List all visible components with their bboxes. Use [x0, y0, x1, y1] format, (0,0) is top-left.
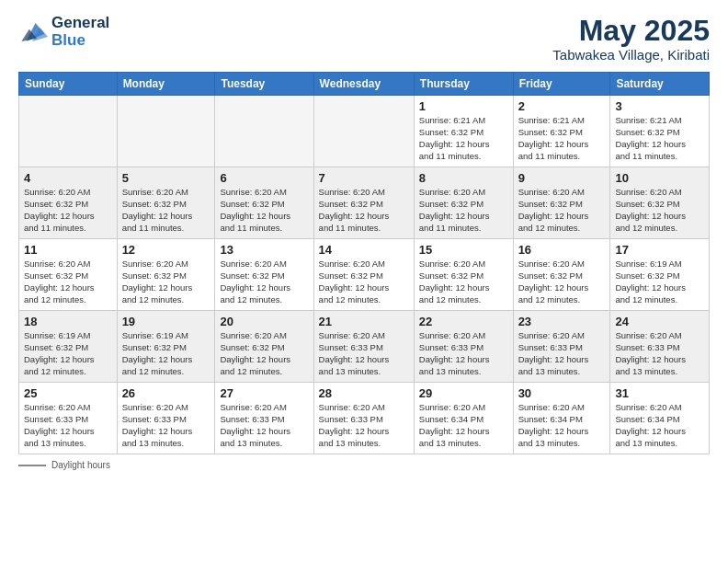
day-info: Sunrise: 6:19 AM Sunset: 6:32 PM Dayligh…	[24, 330, 112, 377]
day-number: 30	[518, 386, 606, 400]
table-row: 25Sunrise: 6:20 AM Sunset: 6:33 PM Dayli…	[19, 383, 118, 454]
table-row	[215, 96, 313, 167]
day-info: Sunrise: 6:20 AM Sunset: 6:32 PM Dayligh…	[122, 259, 210, 305]
table-row: 11Sunrise: 6:20 AM Sunset: 6:32 PM Dayli…	[19, 239, 118, 311]
day-number: 9	[518, 171, 606, 185]
table-row: 16Sunrise: 6:20 AM Sunset: 6:32 PM Dayli…	[513, 239, 610, 311]
day-info: Sunrise: 6:20 AM Sunset: 6:32 PM Dayligh…	[319, 187, 409, 234]
table-row: 20Sunrise: 6:20 AM Sunset: 6:32 PM Dayli…	[215, 311, 313, 383]
day-info: Sunrise: 6:20 AM Sunset: 6:32 PM Dayligh…	[419, 187, 508, 234]
col-monday: Monday	[117, 73, 215, 96]
table-row: 10Sunrise: 6:20 AM Sunset: 6:32 PM Dayli…	[610, 167, 710, 239]
table-row: 26Sunrise: 6:20 AM Sunset: 6:33 PM Dayli…	[117, 383, 215, 454]
day-info: Sunrise: 6:20 AM Sunset: 6:33 PM Dayligh…	[122, 402, 210, 449]
day-number: 3	[615, 99, 704, 113]
table-row: 15Sunrise: 6:20 AM Sunset: 6:32 PM Dayli…	[414, 239, 513, 311]
table-row	[313, 96, 414, 167]
table-row: 2Sunrise: 6:21 AM Sunset: 6:32 PM Daylig…	[513, 96, 610, 167]
day-number: 29	[419, 386, 508, 400]
day-info: Sunrise: 6:21 AM Sunset: 6:32 PM Dayligh…	[419, 115, 508, 162]
day-number: 13	[220, 243, 308, 257]
table-row: 23Sunrise: 6:20 AM Sunset: 6:33 PM Dayli…	[513, 311, 610, 383]
footer-label: Daylight hours	[51, 460, 110, 470]
table-row: 9Sunrise: 6:20 AM Sunset: 6:32 PM Daylig…	[513, 167, 610, 239]
title-block: May 2025 Tabwakea Village, Kiribati	[552, 15, 710, 63]
day-number: 10	[615, 171, 704, 185]
table-row: 1Sunrise: 6:21 AM Sunset: 6:32 PM Daylig…	[414, 96, 513, 167]
table-row: 19Sunrise: 6:19 AM Sunset: 6:32 PM Dayli…	[117, 311, 215, 383]
day-info: Sunrise: 6:20 AM Sunset: 6:32 PM Dayligh…	[220, 187, 308, 234]
table-row: 3Sunrise: 6:21 AM Sunset: 6:32 PM Daylig…	[610, 96, 710, 167]
day-info: Sunrise: 6:20 AM Sunset: 6:32 PM Dayligh…	[615, 187, 704, 234]
day-number: 6	[220, 171, 308, 185]
calendar-table: Sunday Monday Tuesday Wednesday Thursday…	[18, 72, 710, 454]
day-number: 8	[419, 171, 508, 185]
calendar-week-row: 11Sunrise: 6:20 AM Sunset: 6:32 PM Dayli…	[19, 239, 710, 311]
day-number: 4	[24, 171, 112, 185]
day-info: Sunrise: 6:20 AM Sunset: 6:32 PM Dayligh…	[24, 187, 112, 234]
day-info: Sunrise: 6:20 AM Sunset: 6:33 PM Dayligh…	[24, 402, 112, 449]
day-info: Sunrise: 6:20 AM Sunset: 6:33 PM Dayligh…	[319, 330, 409, 377]
day-number: 25	[24, 386, 112, 400]
day-info: Sunrise: 6:20 AM Sunset: 6:34 PM Dayligh…	[615, 402, 704, 449]
col-thursday: Thursday	[414, 73, 513, 96]
table-row: 4Sunrise: 6:20 AM Sunset: 6:32 PM Daylig…	[19, 167, 118, 239]
day-info: Sunrise: 6:20 AM Sunset: 6:32 PM Dayligh…	[518, 187, 606, 234]
day-number: 2	[518, 99, 606, 113]
day-number: 26	[122, 386, 210, 400]
day-info: Sunrise: 6:21 AM Sunset: 6:32 PM Dayligh…	[518, 115, 606, 162]
day-number: 5	[122, 171, 210, 185]
logo-text: General Blue	[51, 15, 109, 49]
table-row: 21Sunrise: 6:20 AM Sunset: 6:33 PM Dayli…	[313, 311, 414, 383]
table-row: 7Sunrise: 6:20 AM Sunset: 6:32 PM Daylig…	[313, 167, 414, 239]
day-number: 14	[319, 243, 409, 257]
calendar-header-row: Sunday Monday Tuesday Wednesday Thursday…	[19, 73, 710, 96]
table-row: 14Sunrise: 6:20 AM Sunset: 6:32 PM Dayli…	[313, 239, 414, 311]
day-number: 24	[615, 315, 704, 328]
table-row: 31Sunrise: 6:20 AM Sunset: 6:34 PM Dayli…	[610, 383, 710, 454]
day-number: 17	[615, 243, 704, 257]
col-friday: Friday	[513, 73, 610, 96]
day-info: Sunrise: 6:20 AM Sunset: 6:34 PM Dayligh…	[518, 402, 606, 449]
table-row: 18Sunrise: 6:19 AM Sunset: 6:32 PM Dayli…	[19, 311, 118, 383]
day-number: 20	[220, 315, 308, 328]
day-info: Sunrise: 6:20 AM Sunset: 6:32 PM Dayligh…	[319, 259, 409, 305]
table-row: 27Sunrise: 6:20 AM Sunset: 6:33 PM Dayli…	[215, 383, 313, 454]
day-number: 19	[122, 315, 210, 328]
table-row: 24Sunrise: 6:20 AM Sunset: 6:33 PM Dayli…	[610, 311, 710, 383]
table-row: 5Sunrise: 6:20 AM Sunset: 6:32 PM Daylig…	[117, 167, 215, 239]
table-row: 13Sunrise: 6:20 AM Sunset: 6:32 PM Dayli…	[215, 239, 313, 311]
day-info: Sunrise: 6:20 AM Sunset: 6:33 PM Dayligh…	[615, 330, 704, 377]
table-row	[19, 96, 118, 167]
day-info: Sunrise: 6:20 AM Sunset: 6:32 PM Dayligh…	[122, 187, 210, 234]
calendar-week-row: 1Sunrise: 6:21 AM Sunset: 6:32 PM Daylig…	[19, 96, 710, 167]
table-row: 6Sunrise: 6:20 AM Sunset: 6:32 PM Daylig…	[215, 167, 313, 239]
col-tuesday: Tuesday	[215, 73, 313, 96]
day-info: Sunrise: 6:20 AM Sunset: 6:32 PM Dayligh…	[220, 259, 308, 305]
day-number: 12	[122, 243, 210, 257]
table-row: 8Sunrise: 6:20 AM Sunset: 6:32 PM Daylig…	[414, 167, 513, 239]
logo: General Blue	[18, 15, 109, 49]
day-info: Sunrise: 6:20 AM Sunset: 6:33 PM Dayligh…	[319, 402, 409, 449]
day-number: 7	[319, 171, 409, 185]
day-info: Sunrise: 6:20 AM Sunset: 6:34 PM Dayligh…	[419, 402, 508, 449]
table-row: 12Sunrise: 6:20 AM Sunset: 6:32 PM Dayli…	[117, 239, 215, 311]
day-info: Sunrise: 6:20 AM Sunset: 6:32 PM Dayligh…	[518, 259, 606, 305]
day-number: 27	[220, 386, 308, 400]
day-info: Sunrise: 6:19 AM Sunset: 6:32 PM Dayligh…	[122, 330, 210, 377]
day-number: 22	[419, 315, 508, 328]
day-number: 1	[419, 99, 508, 113]
calendar-week-row: 25Sunrise: 6:20 AM Sunset: 6:33 PM Dayli…	[19, 383, 710, 454]
day-number: 28	[319, 386, 409, 400]
header: General Blue May 2025 Tabwakea Village, …	[18, 15, 710, 63]
table-row	[117, 96, 215, 167]
logo-icon	[18, 19, 48, 45]
day-info: Sunrise: 6:20 AM Sunset: 6:32 PM Dayligh…	[220, 330, 308, 377]
day-number: 18	[24, 315, 112, 328]
day-info: Sunrise: 6:20 AM Sunset: 6:32 PM Dayligh…	[24, 259, 112, 305]
calendar-week-row: 18Sunrise: 6:19 AM Sunset: 6:32 PM Dayli…	[19, 311, 710, 383]
table-row: 29Sunrise: 6:20 AM Sunset: 6:34 PM Dayli…	[414, 383, 513, 454]
col-sunday: Sunday	[19, 73, 118, 96]
calendar-week-row: 4Sunrise: 6:20 AM Sunset: 6:32 PM Daylig…	[19, 167, 710, 239]
table-row: 28Sunrise: 6:20 AM Sunset: 6:33 PM Dayli…	[313, 383, 414, 454]
